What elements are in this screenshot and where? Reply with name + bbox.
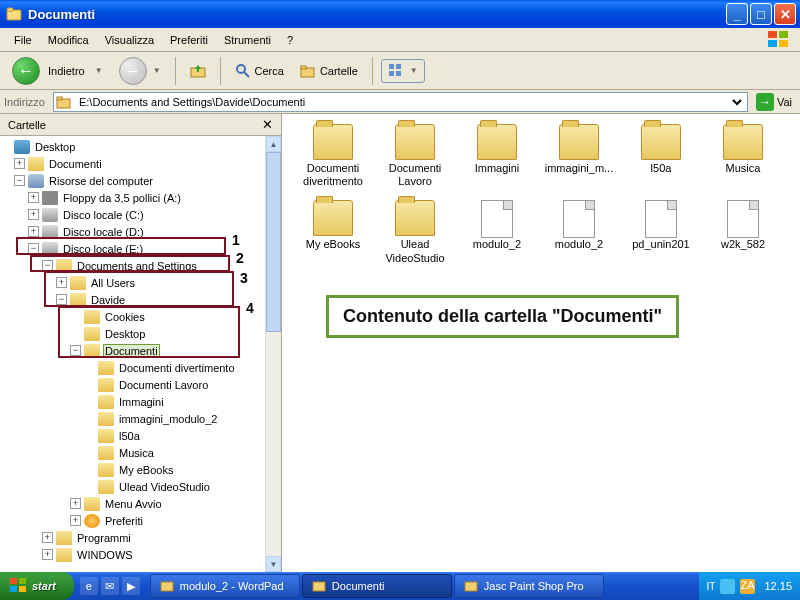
back-button[interactable]: ← Indietro ▼ — [6, 55, 109, 87]
scroll-down-icon[interactable]: ▼ — [266, 556, 281, 572]
file-item[interactable]: modulo_2 — [538, 200, 620, 264]
up-button[interactable] — [184, 61, 212, 81]
tree-item[interactable]: Desktop — [0, 325, 265, 342]
tree-item[interactable]: My eBooks — [0, 461, 265, 478]
tree-toggle[interactable]: + — [70, 515, 81, 526]
tree-item[interactable]: +All Users — [0, 274, 265, 291]
file-item[interactable]: modulo_2 — [456, 200, 538, 264]
tree-item[interactable]: +Menu Avvio — [0, 495, 265, 512]
file-item[interactable]: Documenti diveritmento — [292, 124, 374, 188]
file-item[interactable]: Documenti Lavoro — [374, 124, 456, 188]
menu-file[interactable]: File — [6, 31, 40, 49]
ql-media-icon[interactable]: ▶ — [122, 577, 140, 595]
file-item[interactable]: My eBooks — [292, 200, 374, 264]
scrollbar-vertical[interactable]: ▲ ▼ — [265, 136, 281, 572]
tray-icon[interactable] — [720, 579, 735, 594]
tree-item[interactable]: +Disco locale (C:) — [0, 206, 265, 223]
folder-icon — [6, 6, 22, 22]
tree-item[interactable]: −Documents and Settings — [0, 257, 265, 274]
menu-preferiti[interactable]: Preferiti — [162, 31, 216, 49]
file-item[interactable]: Immagini — [456, 124, 538, 188]
taskbar-task[interactable]: Documenti — [302, 574, 452, 598]
tree-item[interactable]: +Disco locale (D:) — [0, 223, 265, 240]
search-button[interactable]: Cerca — [229, 61, 290, 81]
tree-toggle[interactable]: + — [42, 549, 53, 560]
file-icon — [563, 200, 595, 238]
file-label: Immagini — [475, 162, 520, 175]
file-item[interactable]: l50a — [620, 124, 702, 188]
start-button[interactable]: start — [0, 572, 74, 600]
tree-toggle[interactable]: + — [70, 498, 81, 509]
close-button[interactable]: ✕ — [774, 3, 796, 25]
tree-item[interactable]: −Disco locale (E:) — [0, 240, 265, 257]
tree-toggle[interactable]: + — [14, 158, 25, 169]
tree-toggle[interactable]: + — [28, 226, 39, 237]
tree-item[interactable]: +Programmi — [0, 529, 265, 546]
tree-item[interactable]: Immagini — [0, 393, 265, 410]
ql-mail-icon[interactable]: ✉ — [101, 577, 119, 595]
chevron-down-icon[interactable]: ▼ — [151, 66, 161, 75]
address-input[interactable]: E:\Documents and Settings\Davide\Documen… — [53, 92, 748, 112]
scroll-thumb[interactable] — [266, 152, 281, 332]
tree-item[interactable]: Musica — [0, 444, 265, 461]
clock[interactable]: 12.15 — [760, 580, 792, 592]
folders-button[interactable]: Cartelle — [294, 61, 364, 81]
tree-item[interactable]: l50a — [0, 427, 265, 444]
menu-strumenti[interactable]: Strumenti — [216, 31, 279, 49]
forward-button[interactable]: → ▼ — [113, 55, 167, 87]
ql-ie-icon[interactable]: e — [80, 577, 98, 595]
tree-item[interactable]: Cookies — [0, 308, 265, 325]
tree-toggle[interactable]: + — [42, 532, 53, 543]
tree-item[interactable]: −Risorse del computer — [0, 172, 265, 189]
tree-toggle[interactable]: + — [56, 277, 67, 288]
tree-item[interactable]: +Floppy da 3,5 pollici (A:) — [0, 189, 265, 206]
main-panel[interactable]: Documenti diveritmentoDocumenti LavoroIm… — [282, 114, 800, 572]
menu-visualizza[interactable]: Visualizza — [97, 31, 162, 49]
taskbar-task[interactable]: modulo_2 - WordPad — [150, 574, 300, 598]
tree-item[interactable]: Documenti divertimento — [0, 359, 265, 376]
tree-toggle[interactable]: + — [28, 209, 39, 220]
file-item[interactable]: pd_unin201 — [620, 200, 702, 264]
menu-modifica[interactable]: Modifica — [40, 31, 97, 49]
address-bar: Indirizzo E:\Documents and Settings\Davi… — [0, 90, 800, 114]
tray-icon[interactable]: ZA — [740, 579, 755, 594]
close-icon[interactable]: ✕ — [262, 117, 273, 132]
tree-item[interactable]: Desktop — [0, 138, 265, 155]
file-label: immagini_m... — [545, 162, 613, 175]
tree-toggle[interactable]: − — [28, 243, 39, 254]
tree-toggle[interactable]: − — [14, 175, 25, 186]
tree-label: Programmi — [75, 531, 133, 545]
tree-toggle[interactable]: + — [28, 192, 39, 203]
tree-item[interactable]: −Davide — [0, 291, 265, 308]
tree-item[interactable]: immagini_modulo_2 — [0, 410, 265, 427]
tree-toggle[interactable]: − — [42, 260, 53, 271]
go-button[interactable]: → Vai — [752, 91, 796, 113]
tree-toggle[interactable]: − — [70, 345, 81, 356]
svg-rect-20 — [19, 586, 26, 592]
tree-item[interactable]: +WINDOWS — [0, 546, 265, 563]
maximize-button[interactable]: □ — [750, 3, 772, 25]
file-item[interactable]: Ulead VideoStudio — [374, 200, 456, 264]
tree-item[interactable]: +Preferiti — [0, 512, 265, 529]
file-item[interactable]: immagini_m... — [538, 124, 620, 188]
file-label: w2k_582 — [721, 238, 765, 251]
taskbar-task[interactable]: Jasc Paint Shop Pro — [454, 574, 604, 598]
tree-item[interactable]: +Documenti — [0, 155, 265, 172]
tree-item[interactable]: −Documenti — [0, 342, 265, 359]
tree-item[interactable]: Ulead VideoStudio — [0, 478, 265, 495]
menu-help[interactable]: ? — [279, 31, 301, 49]
folder-tree[interactable]: Desktop+Documenti−Risorse del computer+F… — [0, 136, 265, 572]
tree-label: Immagini — [117, 395, 166, 409]
chevron-down-icon[interactable]: ▼ — [93, 66, 103, 75]
tree-toggle[interactable]: − — [56, 294, 67, 305]
file-item[interactable]: Musica — [702, 124, 784, 188]
svg-rect-16 — [57, 97, 62, 100]
annotation-number: 4 — [246, 300, 254, 316]
minimize-button[interactable]: _ — [726, 3, 748, 25]
tree-item[interactable]: Documenti Lavoro — [0, 376, 265, 393]
file-item[interactable]: w2k_582 — [702, 200, 784, 264]
language-indicator[interactable]: IT — [707, 581, 716, 592]
folder-icon — [723, 124, 763, 160]
scroll-up-icon[interactable]: ▲ — [266, 136, 281, 152]
views-button[interactable]: ▼ — [381, 59, 425, 83]
